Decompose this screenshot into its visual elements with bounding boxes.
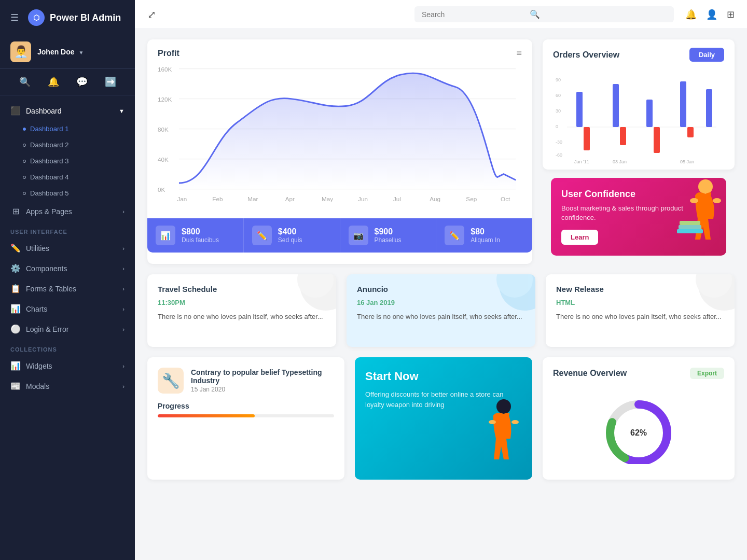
chevron-down-icon: ▼ xyxy=(119,108,125,114)
search-bar[interactable]: 🔍 xyxy=(414,6,674,22)
grid-icon[interactable]: ⊞ xyxy=(727,9,735,20)
svg-text:0: 0 xyxy=(556,124,558,129)
expand-icon[interactable]: ⤢ xyxy=(147,8,156,21)
dot-icon xyxy=(23,160,26,163)
chart-menu-icon[interactable]: ≡ xyxy=(516,48,522,59)
topbar: ⤢ 🔍 🔔 👤 ⊞ xyxy=(135,0,747,29)
sidebar-item-dashboard3[interactable]: Dashboard 3 xyxy=(0,153,135,169)
svg-text:160K: 160K xyxy=(158,66,172,73)
svg-point-52 xyxy=(489,420,496,424)
chat-icon[interactable]: 💬 xyxy=(76,76,88,88)
chevron-right-icon: › xyxy=(122,208,125,215)
svg-text:Sep: Sep xyxy=(466,195,477,202)
brand-logo-icon: ⬡ xyxy=(28,9,45,26)
sidebar-item-dashboard[interactable]: ⬛ Dashboard ▼ xyxy=(0,101,135,121)
sidebar-item-modals[interactable]: 📰 Modals › xyxy=(0,376,135,396)
brand-name: Power BI Admin xyxy=(50,12,121,23)
svg-rect-28 xyxy=(584,127,590,150)
new-release-tag: HTML xyxy=(556,299,724,306)
anuncio-body: There is no one who loves pain itself, w… xyxy=(357,312,525,322)
svg-text:-30: -30 xyxy=(556,139,562,145)
search-input[interactable] xyxy=(422,10,525,19)
progress-bar-wrap xyxy=(158,414,334,417)
svg-text:Jun: Jun xyxy=(358,195,368,202)
news-image: 🔧 xyxy=(158,368,184,394)
chevron-right-icon: › xyxy=(122,245,125,251)
svg-text:05 Jan: 05 Jan xyxy=(680,159,694,164)
export-button[interactable]: Export xyxy=(690,368,724,379)
orders-chart-area: 90 60 30 0 -30 -60 xyxy=(543,66,735,170)
search-icon[interactable]: 🔍 xyxy=(19,76,31,88)
new-release-title: New Release xyxy=(556,285,724,293)
svg-rect-29 xyxy=(613,84,619,127)
revenue-header: Revenue Overview Export xyxy=(553,368,724,379)
page-content: Profit ≡ 160K 120K 80K 40K 0K xyxy=(135,29,747,560)
sidebar: ☰ ⬡ Power BI Admin 👨‍💼 Johen Doe ▼ 🔍 🔔 💬… xyxy=(0,0,135,560)
svg-rect-43 xyxy=(679,225,701,229)
news-title: Contrary to popular belief Typesetting I… xyxy=(191,368,334,385)
stat-icon-3: 📷 xyxy=(349,226,368,245)
sidebar-item-forms-tables[interactable]: 📋 Forms & Tables › xyxy=(0,278,135,299)
svg-text:Feb: Feb xyxy=(212,195,223,202)
daily-button[interactable]: Daily xyxy=(689,48,724,62)
search-icon: 🔍 xyxy=(530,9,540,19)
chevron-right-icon: › xyxy=(122,265,125,272)
bell-icon[interactable]: 🔔 xyxy=(48,76,59,88)
learn-button[interactable]: Learn xyxy=(561,230,598,245)
sidebar-item-apps-pages[interactable]: ⊞ Apps & Pages › xyxy=(0,201,135,221)
section-label-ui: USER INTERFACE xyxy=(0,221,135,238)
chevron-right-icon: › xyxy=(122,326,125,332)
stat-value-1: $800 xyxy=(182,227,219,236)
svg-rect-44 xyxy=(680,221,700,225)
charts-icon: 📊 xyxy=(10,304,21,314)
sidebar-item-login-error[interactable]: ⚪ Login & Error › xyxy=(0,319,135,339)
svg-text:Oct: Oct xyxy=(501,195,510,202)
svg-text:0K: 0K xyxy=(158,186,165,193)
notification-icon[interactable]: 🔔 xyxy=(685,9,697,20)
sidebar-item-widgets[interactable]: 📊 Widgets › xyxy=(0,356,135,376)
user-icon[interactable]: 👤 xyxy=(706,9,717,20)
sidebar-item-dashboard1[interactable]: Dashboard 1 xyxy=(0,121,135,137)
news-item: 🔧 Contrary to popular belief Typesetting… xyxy=(158,368,334,394)
stat-label-3: Phasellus xyxy=(375,236,402,244)
new-release-card: New Release HTML There is no one who lov… xyxy=(546,274,735,347)
svg-text:40K: 40K xyxy=(158,156,169,163)
svg-text:62%: 62% xyxy=(630,428,647,437)
user-profile[interactable]: 👨‍💼 Johen Doe ▼ xyxy=(0,35,135,69)
svg-text:May: May xyxy=(322,195,333,202)
svg-rect-34 xyxy=(687,127,694,137)
anuncio-card: Anuncio 16 Jan 2019 There is no one who … xyxy=(347,274,535,347)
stat-item-1: 📊 $800 Duis faucibus xyxy=(147,218,244,253)
logout-icon[interactable]: ➡️ xyxy=(105,76,116,88)
svg-point-51 xyxy=(496,399,511,414)
sidebar-item-components[interactable]: ⚙️ Components › xyxy=(0,258,135,278)
topbar-icons: 🔔 👤 ⊞ xyxy=(685,9,735,20)
grid-icon: ⊞ xyxy=(10,206,21,216)
dot-icon xyxy=(23,128,26,131)
right-column: Orders Overview Daily 90 60 30 0 -30 -60 xyxy=(543,39,735,264)
svg-text:60: 60 xyxy=(556,93,561,98)
profit-card-header: Profit ≡ xyxy=(147,39,532,63)
svg-text:Aug: Aug xyxy=(430,195,440,202)
sidebar-item-dashboard4[interactable]: Dashboard 4 xyxy=(0,169,135,185)
sidebar-item-charts[interactable]: 📊 Charts › xyxy=(0,299,135,319)
stat-item-3: 📷 $900 Phasellus xyxy=(340,218,437,253)
hamburger-icon[interactable]: ☰ xyxy=(10,12,19,23)
main-grid: Profit ≡ 160K 120K 80K 40K 0K xyxy=(147,39,735,264)
sidebar-icon-row: 🔍 🔔 💬 ➡️ xyxy=(0,69,135,95)
stats-row: 📊 $800 Duis faucibus ✏️ $400 Sed quis xyxy=(147,218,532,253)
stat-value-2: $400 xyxy=(278,227,302,236)
stat-item-4: ✏️ $80 Aliquam In xyxy=(436,218,532,253)
travel-time: 11:30PM xyxy=(158,299,326,306)
sidebar-item-dashboard2[interactable]: Dashboard 2 xyxy=(0,137,135,153)
stat-value-3: $900 xyxy=(375,227,402,236)
sidebar-item-utilities[interactable]: ✏️ Utilities › xyxy=(0,238,135,258)
orders-bar-chart: 90 60 30 0 -30 -60 xyxy=(553,71,724,164)
info-cards-row: Travel Schedule 11:30PM There is no one … xyxy=(147,274,735,347)
svg-text:-60: -60 xyxy=(556,152,562,158)
news-card: 🔧 Contrary to popular belief Typesetting… xyxy=(147,357,344,480)
orders-title: Orders Overview xyxy=(553,50,619,60)
sidebar-item-dashboard5[interactable]: Dashboard 5 xyxy=(0,185,135,201)
svg-text:120K: 120K xyxy=(158,96,172,103)
stat-value-4: $80 xyxy=(471,227,500,236)
